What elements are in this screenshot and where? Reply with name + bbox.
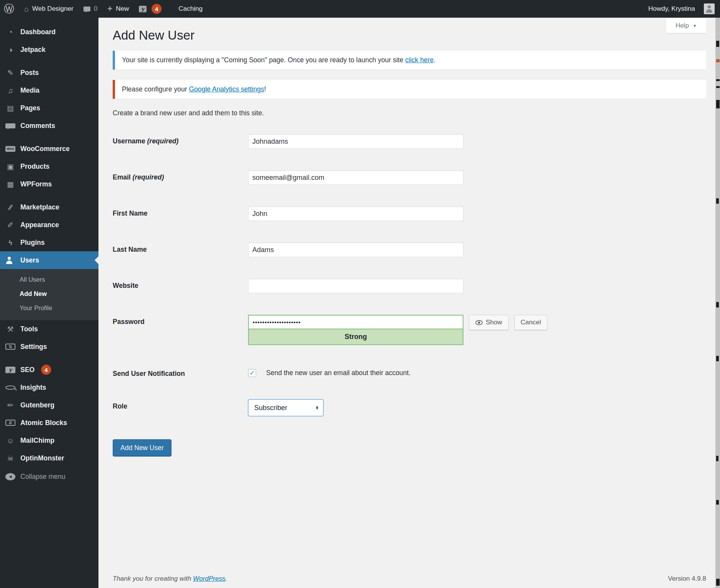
role-row: Role Subscriber ▲ ▼ (113, 399, 706, 416)
add-new-user-button[interactable]: Add New User (113, 439, 172, 457)
caching-label: Caching (178, 5, 202, 13)
footer: Thank you for creating with WordPress. V… (113, 575, 706, 583)
password-input[interactable] (248, 315, 463, 329)
sidebar-item-settings[interactable]: ⇅Settings (0, 338, 98, 355)
send-notification-checkbox[interactable]: ✓ (248, 369, 256, 377)
sidebar-item-optinmonster[interactable]: ☠OptinMonster (0, 449, 98, 467)
sidebar-subitem-your-profile[interactable]: Your Profile (0, 301, 98, 315)
admin-bar-comments[interactable]: 0 (78, 0, 102, 18)
sidebar-item-label: SEO (20, 366, 35, 374)
sidebar-item-wpforms[interactable]: ▦WPForms (0, 175, 98, 193)
sidebar-item-label: Jetpack (20, 46, 45, 54)
sidebar-item-users[interactable]: Users (0, 251, 98, 269)
sidebar-item-label: WPForms (20, 180, 52, 188)
help-button[interactable]: Help ▼ (666, 18, 706, 33)
sidebar-item-insights[interactable]: Insights (0, 379, 98, 396)
email-input[interactable] (248, 170, 463, 185)
menu-separator (0, 58, 98, 64)
admin-bar-caching[interactable]: Caching (173, 0, 207, 18)
sidebar-item-label: Marketplace (20, 203, 59, 211)
dashboard-icon: ◔ (5, 28, 15, 36)
click-here-link[interactable]: click here (405, 56, 434, 64)
sidebar-item-label: Atomic Blocks (20, 419, 67, 427)
howdy-label: Howdy, Krystina (648, 5, 695, 13)
sidebar-subitem-all-users[interactable]: All Users (0, 272, 98, 287)
username-input[interactable] (248, 134, 463, 149)
posts-icon: ✎ (5, 69, 15, 76)
sidebar: ◔Dashboard◑Jetpack✎Posts♫Media▤PagesComm… (0, 18, 98, 588)
sidebar-item-jetpack[interactable]: ◑Jetpack (0, 41, 98, 58)
notification-checkbox-text: Send the new user an email about their a… (266, 369, 411, 377)
jetpack-icon: ◑ (5, 46, 15, 53)
website-input[interactable] (248, 279, 463, 293)
password-strength-meter: Strong (248, 329, 463, 345)
admin-bar-account[interactable]: Howdy, Krystina (643, 0, 700, 18)
show-password-button[interactable]: Show (469, 315, 509, 330)
check-mark-icon: ✓ (249, 370, 255, 376)
sidebar-item-posts[interactable]: ✎Posts (0, 64, 98, 81)
sidebar-item-dashboard[interactable]: ◔Dashboard (0, 23, 98, 41)
submit-row: Add New User (113, 439, 706, 457)
sidebar-item-comments[interactable]: Comments (0, 117, 98, 135)
sidebar-item-media[interactable]: ♫Media (0, 81, 98, 99)
sidebar-item-label: Insights (20, 384, 46, 392)
admin-menu: ◔Dashboard◑Jetpack✎Posts♫Media▤PagesComm… (0, 23, 98, 485)
email-label: Email (required) (113, 170, 248, 181)
plugins-icon: ϟ (5, 239, 15, 246)
settings-icon: ⇅ (5, 344, 15, 350)
google-analytics-settings-link[interactable]: Google Analytics settings (189, 85, 264, 93)
collapse-menu-icon: ◀ (5, 473, 15, 480)
admin-bar-site-name[interactable]: ⌂ Web Designer (19, 0, 78, 18)
password-label: Password (113, 315, 248, 326)
atomic-blocks-icon: ⇵ (5, 420, 15, 426)
sidebar-item-label: Media (20, 86, 40, 95)
sidebar-item-collapse-menu[interactable]: ◀Collapse menu (0, 468, 98, 485)
required-indicator: (required) (147, 137, 179, 145)
first-name-input[interactable] (248, 206, 463, 221)
sidebar-item-appearance[interactable]: ✐Appearance (0, 216, 98, 234)
help-label: Help (675, 22, 689, 30)
media-icon: ♫ (5, 87, 15, 94)
last-name-row: Last Name (113, 243, 706, 257)
role-selected-value: Subscriber (254, 404, 287, 412)
role-select[interactable]: Subscriber ▲ ▼ (248, 399, 323, 416)
notice-text: Please configure your (122, 85, 189, 93)
sidebar-item-tools[interactable]: ⚒Tools (0, 320, 98, 338)
sidebar-item-label: Tools (20, 325, 38, 333)
plus-icon: + (107, 5, 112, 13)
menu-separator (0, 135, 98, 140)
wordpress-logo-icon[interactable]: Ⓦ (0, 0, 19, 18)
sidebar-item-label: Gutenberg (20, 401, 54, 409)
sidebar-item-gutenberg[interactable]: ✏Gutenberg (0, 396, 98, 414)
admin-bar-new[interactable]: + New (102, 0, 134, 18)
sidebar-item-seo[interactable]: ySEO4 (0, 361, 98, 379)
admin-bar: Ⓦ ⌂ Web Designer 0 + New y 4 Caching How… (0, 0, 720, 18)
sidebar-item-products[interactable]: ▣Products (0, 158, 98, 175)
last-name-label: Last Name (113, 243, 248, 254)
sidebar-item-mailchimp[interactable]: ☺MailChimp (0, 432, 98, 449)
users-submenu: All UsersAdd NewYour Profile (0, 269, 98, 320)
role-label: Role (113, 399, 248, 410)
avatar[interactable] (704, 3, 715, 14)
sidebar-item-marketplace[interactable]: ∕∕Marketplace (0, 198, 98, 216)
wordpress-link[interactable]: WordPress (193, 575, 225, 582)
last-name-input[interactable] (248, 243, 463, 257)
sidebar-item-atomic-blocks[interactable]: ⇵Atomic Blocks (0, 414, 98, 432)
comment-bubble-icon (83, 7, 90, 12)
sidebar-item-woocommerce[interactable]: WooWooCommerce (0, 140, 98, 158)
admin-bar-seo[interactable]: y 4 (134, 0, 167, 18)
notification-row: Send User Notification ✓ Send the new us… (113, 367, 706, 378)
sidebar-item-plugins[interactable]: ϟPlugins (0, 234, 98, 251)
google-analytics-notice: Please configure your Google Analytics s… (113, 80, 706, 99)
gutenberg-icon: ✏ (5, 402, 15, 409)
sidebar-item-pages[interactable]: ▤Pages (0, 99, 98, 117)
sidebar-item-label: Pages (20, 104, 40, 112)
sidebar-subitem-add-new[interactable]: Add New (0, 287, 98, 301)
first-name-row: First Name (113, 206, 706, 221)
sidebar-item-label: MailChimp (20, 437, 54, 445)
notice-text: Your site is currently displaying a "Com… (122, 56, 405, 64)
cancel-password-button[interactable]: Cancel (514, 315, 548, 330)
intro-text: Create a brand new user and add them to … (113, 109, 706, 117)
website-row: Website (113, 279, 706, 293)
woocommerce-icon: Woo (5, 146, 15, 152)
